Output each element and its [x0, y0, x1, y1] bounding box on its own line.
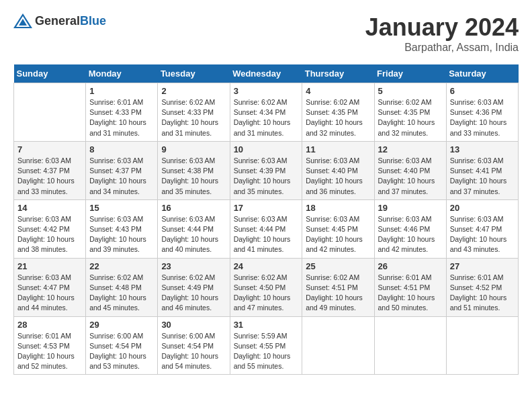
day-number: 23: [161, 261, 226, 271]
day-info: Sunrise: 6:03 AM Sunset: 4:37 PM Dayligh…: [17, 156, 82, 197]
day-number: 11: [306, 144, 370, 154]
day-number: 28: [17, 320, 82, 330]
day-number: 4: [306, 86, 370, 96]
day-number: 22: [89, 261, 154, 271]
day-info: Sunrise: 6:03 AM Sunset: 4:44 PM Dayligh…: [161, 214, 226, 255]
day-number: 8: [89, 144, 154, 154]
day-info: Sunrise: 6:03 AM Sunset: 4:39 PM Dayligh…: [234, 156, 299, 197]
day-number: 16: [161, 203, 226, 213]
calendar-cell: 15Sunrise: 6:03 AM Sunset: 4:43 PM Dayli…: [86, 199, 158, 258]
calendar-cell: 12Sunrise: 6:03 AM Sunset: 4:40 PM Dayli…: [374, 141, 446, 199]
day-info: Sunrise: 6:02 AM Sunset: 4:33 PM Dayligh…: [161, 97, 226, 138]
calendar-week-1: 1Sunrise: 6:01 AM Sunset: 4:33 PM Daylig…: [14, 83, 519, 142]
day-number: 19: [378, 203, 443, 213]
calendar-cell: 18Sunrise: 6:03 AM Sunset: 4:45 PM Dayli…: [302, 199, 374, 258]
logo-text-blue: Blue: [80, 14, 106, 28]
calendar-cell: 25Sunrise: 6:02 AM Sunset: 4:51 PM Dayli…: [302, 258, 374, 316]
title-block: January 2024 Barpathar, Assam, India: [365, 13, 519, 54]
logo: GeneralBlue: [13, 13, 106, 28]
day-number: 14: [17, 203, 82, 213]
day-number: 3: [234, 86, 299, 96]
day-number: 27: [450, 261, 515, 271]
calendar-cell: 3Sunrise: 6:02 AM Sunset: 4:34 PM Daylig…: [230, 83, 302, 142]
calendar-cell: 2Sunrise: 6:02 AM Sunset: 4:33 PM Daylig…: [158, 83, 230, 142]
day-info: Sunrise: 6:00 AM Sunset: 4:54 PM Dayligh…: [161, 331, 226, 372]
day-info: Sunrise: 6:03 AM Sunset: 4:42 PM Dayligh…: [17, 214, 82, 255]
day-info: Sunrise: 6:02 AM Sunset: 4:49 PM Dayligh…: [161, 273, 226, 314]
column-header-friday: Friday: [374, 64, 446, 83]
location-title: Barpathar, Assam, India: [365, 42, 519, 54]
calendar-cell: [14, 83, 86, 142]
day-info: Sunrise: 6:03 AM Sunset: 4:41 PM Dayligh…: [450, 156, 515, 197]
day-number: 15: [89, 203, 154, 213]
logo-icon: [13, 13, 32, 28]
calendar-cell: 13Sunrise: 6:03 AM Sunset: 4:41 PM Dayli…: [446, 141, 518, 199]
day-info: Sunrise: 6:02 AM Sunset: 4:48 PM Dayligh…: [89, 273, 154, 314]
calendar-body: 1Sunrise: 6:01 AM Sunset: 4:33 PM Daylig…: [14, 83, 519, 375]
day-info: Sunrise: 6:03 AM Sunset: 4:44 PM Dayligh…: [234, 214, 299, 255]
calendar-cell: 17Sunrise: 6:03 AM Sunset: 4:44 PM Dayli…: [230, 199, 302, 258]
calendar-cell: 26Sunrise: 6:01 AM Sunset: 4:51 PM Dayli…: [374, 258, 446, 316]
calendar-cell: 21Sunrise: 6:03 AM Sunset: 4:47 PM Dayli…: [14, 258, 86, 316]
day-number: 20: [450, 203, 515, 213]
calendar-cell: 20Sunrise: 6:03 AM Sunset: 4:47 PM Dayli…: [446, 199, 518, 258]
calendar-header-row: SundayMondayTuesdayWednesdayThursdayFrid…: [14, 64, 519, 83]
day-info: Sunrise: 6:03 AM Sunset: 4:36 PM Dayligh…: [450, 97, 515, 138]
day-info: Sunrise: 6:02 AM Sunset: 4:34 PM Dayligh…: [234, 97, 299, 138]
calendar-cell: 24Sunrise: 6:02 AM Sunset: 4:50 PM Dayli…: [230, 258, 302, 316]
calendar-table: SundayMondayTuesdayWednesdayThursdayFrid…: [13, 64, 519, 375]
calendar-cell: 23Sunrise: 6:02 AM Sunset: 4:49 PM Dayli…: [158, 258, 230, 316]
calendar-cell: 14Sunrise: 6:03 AM Sunset: 4:42 PM Dayli…: [14, 199, 86, 258]
day-number: 21: [17, 261, 82, 271]
logo-text-general: General: [35, 14, 80, 28]
day-number: 10: [234, 144, 299, 154]
calendar-cell: [374, 316, 446, 375]
day-info: Sunrise: 6:03 AM Sunset: 4:45 PM Dayligh…: [306, 214, 370, 255]
calendar-cell: 30Sunrise: 6:00 AM Sunset: 4:54 PM Dayli…: [158, 316, 230, 375]
day-info: Sunrise: 6:03 AM Sunset: 4:47 PM Dayligh…: [17, 273, 82, 314]
calendar-cell: 22Sunrise: 6:02 AM Sunset: 4:48 PM Dayli…: [86, 258, 158, 316]
day-info: Sunrise: 6:01 AM Sunset: 4:51 PM Dayligh…: [378, 273, 443, 314]
day-number: 2: [161, 86, 226, 96]
column-header-saturday: Saturday: [446, 64, 518, 83]
calendar-cell: [302, 316, 374, 375]
column-header-thursday: Thursday: [302, 64, 374, 83]
day-info: Sunrise: 6:02 AM Sunset: 4:35 PM Dayligh…: [306, 97, 370, 138]
calendar-week-2: 7Sunrise: 6:03 AM Sunset: 4:37 PM Daylig…: [14, 141, 519, 199]
day-info: Sunrise: 6:03 AM Sunset: 4:46 PM Dayligh…: [378, 214, 443, 255]
calendar-cell: 27Sunrise: 6:01 AM Sunset: 4:52 PM Dayli…: [446, 258, 518, 316]
month-title: January 2024: [365, 13, 519, 42]
day-number: 18: [306, 203, 370, 213]
calendar-cell: 16Sunrise: 6:03 AM Sunset: 4:44 PM Dayli…: [158, 199, 230, 258]
day-number: 9: [161, 144, 226, 154]
day-info: Sunrise: 6:02 AM Sunset: 4:35 PM Dayligh…: [378, 97, 443, 138]
column-header-tuesday: Tuesday: [158, 64, 230, 83]
day-info: Sunrise: 6:03 AM Sunset: 4:40 PM Dayligh…: [306, 156, 370, 197]
calendar-cell: 9Sunrise: 6:03 AM Sunset: 4:38 PM Daylig…: [158, 141, 230, 199]
day-info: Sunrise: 6:03 AM Sunset: 4:40 PM Dayligh…: [378, 156, 443, 197]
calendar-cell: 31Sunrise: 5:59 AM Sunset: 4:55 PM Dayli…: [230, 316, 302, 375]
day-number: 7: [17, 144, 82, 154]
calendar-cell: 7Sunrise: 6:03 AM Sunset: 4:37 PM Daylig…: [14, 141, 86, 199]
day-number: 13: [450, 144, 515, 154]
calendar-cell: 1Sunrise: 6:01 AM Sunset: 4:33 PM Daylig…: [86, 83, 158, 142]
calendar-cell: 29Sunrise: 6:00 AM Sunset: 4:54 PM Dayli…: [86, 316, 158, 375]
day-info: Sunrise: 6:02 AM Sunset: 4:50 PM Dayligh…: [234, 273, 299, 314]
day-number: 29: [89, 320, 154, 330]
day-info: Sunrise: 6:03 AM Sunset: 4:47 PM Dayligh…: [450, 214, 515, 255]
column-header-wednesday: Wednesday: [230, 64, 302, 83]
calendar-week-3: 14Sunrise: 6:03 AM Sunset: 4:42 PM Dayli…: [14, 199, 519, 258]
day-info: Sunrise: 6:03 AM Sunset: 4:38 PM Dayligh…: [161, 156, 226, 197]
day-number: 6: [450, 86, 515, 96]
calendar-cell: 4Sunrise: 6:02 AM Sunset: 4:35 PM Daylig…: [302, 83, 374, 142]
calendar-cell: 11Sunrise: 6:03 AM Sunset: 4:40 PM Dayli…: [302, 141, 374, 199]
day-number: 5: [378, 86, 443, 96]
day-number: 30: [161, 320, 226, 330]
calendar-cell: 8Sunrise: 6:03 AM Sunset: 4:37 PM Daylig…: [86, 141, 158, 199]
day-number: 1: [89, 86, 154, 96]
day-info: Sunrise: 6:01 AM Sunset: 4:52 PM Dayligh…: [450, 273, 515, 314]
day-info: Sunrise: 6:03 AM Sunset: 4:37 PM Dayligh…: [89, 156, 154, 197]
column-header-monday: Monday: [86, 64, 158, 83]
day-info: Sunrise: 5:59 AM Sunset: 4:55 PM Dayligh…: [234, 331, 299, 372]
calendar-week-4: 21Sunrise: 6:03 AM Sunset: 4:47 PM Dayli…: [14, 258, 519, 316]
